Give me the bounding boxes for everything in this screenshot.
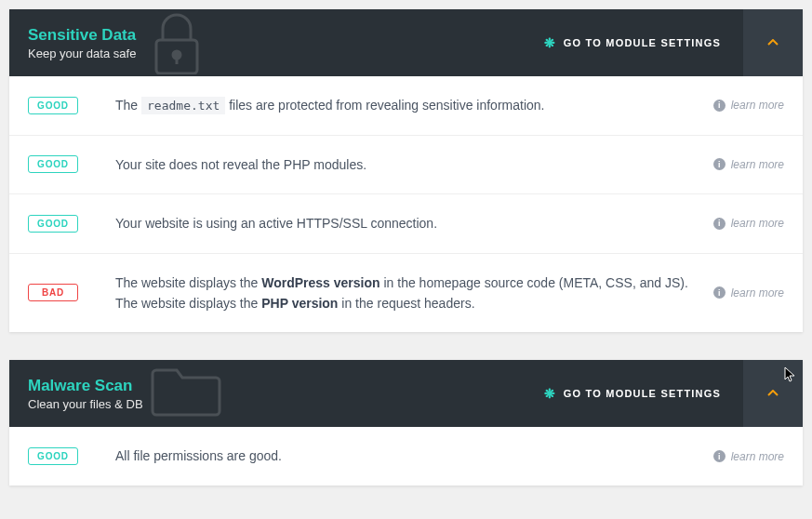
learn-more-label: learn more <box>731 450 784 463</box>
learn-more-link[interactable]: ilearn more <box>713 99 784 112</box>
learn-more-link[interactable]: ilearn more <box>713 158 784 171</box>
module-header: Malware ScanClean your files & DB❋GO TO … <box>9 360 803 427</box>
module-subtitle: Keep your data safe <box>28 47 503 60</box>
chevron-up-icon <box>767 387 779 400</box>
module-subtitle: Clean your files & DB <box>28 397 503 411</box>
status-badge: GOOD <box>28 155 78 173</box>
learn-more-link[interactable]: ilearn more <box>713 286 784 299</box>
chevron-up-icon <box>767 36 779 49</box>
status-badge: BAD <box>28 284 78 301</box>
learn-more-label: learn more <box>731 158 784 171</box>
learn-more-label: learn more <box>731 217 784 230</box>
header-left: Sensitive DataKeep your data safe <box>9 12 522 74</box>
go-to-module-settings-link[interactable]: ❋GO TO MODULE SETTINGS <box>522 9 743 76</box>
lock-icon <box>149 12 205 74</box>
go-to-module-settings-link[interactable]: ❋GO TO MODULE SETTINGS <box>522 360 743 427</box>
gear-icon: ❋ <box>544 35 556 50</box>
check-row: GOODAll file permissions are good.ilearn… <box>9 427 803 485</box>
header-left: Malware ScanClean your files & DB <box>9 363 522 425</box>
check-description: The website displays the WordPress versi… <box>115 273 695 314</box>
module-title: Sensitive Data <box>28 26 503 45</box>
check-row: GOODThe readme.txt files are protected f… <box>9 76 803 136</box>
learn-more-label: learn more <box>731 286 784 299</box>
check-description: Your website is using an active HTTPS/SS… <box>115 213 695 233</box>
info-icon: i <box>713 450 725 462</box>
settings-link-label: GO TO MODULE SETTINGS <box>564 388 721 399</box>
module-sensitive-data: Sensitive DataKeep your data safe❋GO TO … <box>9 9 803 332</box>
info-icon: i <box>713 158 725 170</box>
learn-more-label: learn more <box>731 99 784 112</box>
settings-link-label: GO TO MODULE SETTINGS <box>564 37 721 48</box>
info-icon: i <box>713 218 725 230</box>
check-row: BADThe website displays the WordPress ve… <box>9 254 803 333</box>
status-badge: GOOD <box>28 447 78 465</box>
learn-more-link[interactable]: ilearn more <box>713 450 784 463</box>
status-badge: GOOD <box>28 97 78 114</box>
module-header: Sensitive DataKeep your data safe❋GO TO … <box>9 9 803 76</box>
check-row: GOODYour site does not reveal the PHP mo… <box>9 136 803 194</box>
status-badge: GOOD <box>28 215 78 233</box>
module-malware-scan: Malware ScanClean your files & DB❋GO TO … <box>9 360 803 485</box>
check-description: All file permissions are good. <box>115 446 695 466</box>
collapse-button[interactable] <box>743 9 803 76</box>
info-icon: i <box>713 100 725 112</box>
check-row: GOODYour website is using an active HTTP… <box>9 194 803 253</box>
learn-more-link[interactable]: ilearn more <box>713 217 784 230</box>
module-title: Malware Scan <box>28 377 503 395</box>
gear-icon: ❋ <box>544 386 556 401</box>
info-icon: i <box>713 286 725 299</box>
check-description: Your site does not reveal the PHP module… <box>115 154 695 175</box>
folder-icon <box>149 363 223 422</box>
check-description: The readme.txt files are protected from … <box>115 95 695 116</box>
collapse-button[interactable] <box>743 360 803 427</box>
